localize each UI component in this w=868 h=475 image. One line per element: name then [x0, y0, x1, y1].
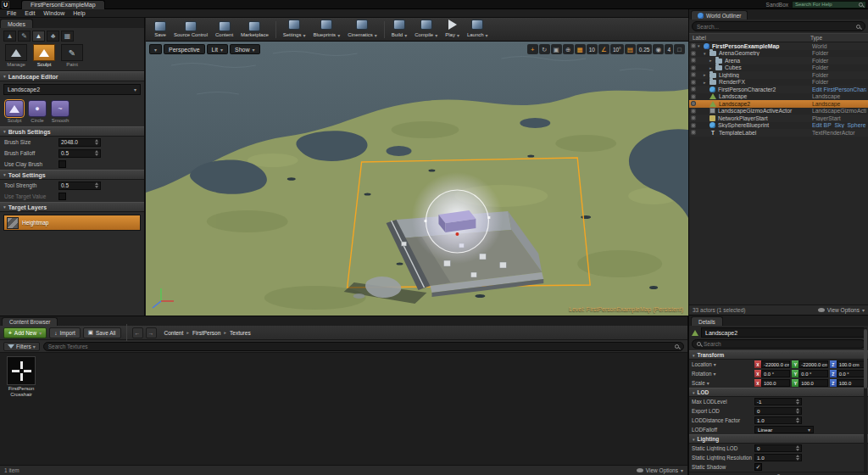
scale-x-field[interactable]: X100.0 — [754, 379, 790, 387]
visibility-eye-icon[interactable] — [691, 130, 696, 135]
column-label[interactable]: Label — [693, 35, 810, 41]
spinner-icon[interactable] — [796, 455, 799, 461]
expander-icon[interactable] — [709, 58, 715, 63]
rotation-label[interactable]: Rotation — [692, 371, 753, 377]
scale-y-field[interactable]: Y100.0 — [792, 379, 827, 387]
location-y-field[interactable]: Y-22000.0 cm — [792, 360, 827, 368]
scale-z-field[interactable]: Z100.0 — [830, 379, 865, 387]
rotate-mode-icon[interactable]: ↻ — [539, 44, 550, 54]
location-label[interactable]: Location — [692, 361, 753, 367]
spinner-icon[interactable] — [95, 139, 98, 145]
details-scrollbar[interactable] — [864, 327, 867, 473]
outliner-row-renderfx[interactable]: RenderFXFolder — [689, 79, 868, 87]
mode-place-icon[interactable]: ▲ — [3, 31, 16, 42]
play-button[interactable]: Play — [442, 19, 463, 40]
tool-strength-input[interactable]: 0.5 — [58, 182, 101, 190]
static-lighting-resolution-input[interactable]: 1.0 — [754, 454, 802, 461]
tab-details[interactable]: Details — [691, 316, 723, 326]
outliner-search-input[interactable]: Search... — [692, 21, 865, 31]
cb-view-options-button[interactable]: View Options — [637, 467, 683, 473]
grid-snap-icon[interactable]: ▦ — [575, 44, 586, 54]
visibility-eye-icon[interactable] — [691, 101, 696, 106]
visibility-eye-icon[interactable] — [691, 115, 696, 120]
location-x-field[interactable]: X-22000.0 cm — [754, 360, 790, 368]
subtab-manage[interactable]: Manage — [3, 44, 29, 67]
import-button[interactable]: ↓ Import — [49, 327, 81, 338]
outliner-view-options-button[interactable]: View Options — [818, 307, 865, 313]
outliner-row-arena[interactable]: ArenaFolder — [689, 57, 868, 64]
loddistance-factor-input[interactable]: 1.0 — [754, 416, 802, 424]
lighting-section-header[interactable]: Lighting — [689, 434, 868, 444]
static-shadow-checkbox[interactable] — [754, 463, 762, 471]
visibility-eye-icon[interactable] — [691, 87, 696, 92]
source-control-button[interactable]: Source Control — [170, 20, 211, 38]
visibility-eye-icon[interactable] — [691, 43, 696, 48]
save-button[interactable]: Save — [151, 20, 170, 38]
visibility-eye-icon[interactable] — [691, 51, 696, 56]
rotation-z-field[interactable]: Z0.0 ° — [830, 370, 865, 377]
subtab-paint[interactable]: ✎ Paint — [59, 44, 85, 67]
column-type[interactable]: Type — [810, 35, 865, 41]
brush-settings-header[interactable]: Brush Settings — [0, 126, 144, 137]
spinner-icon[interactable] — [796, 417, 799, 423]
outliner-row-templatelabel[interactable]: T TemplateLabelTextRenderActor — [689, 129, 868, 137]
max-lodlevel-input[interactable]: -1 — [754, 398, 802, 405]
scale-snap-value[interactable]: 0.25 — [637, 44, 653, 54]
menu-help[interactable]: Help — [69, 10, 89, 16]
asset-firstperson-crosshair[interactable]: FirstPerson Crosshair — [3, 356, 39, 398]
breadcrumb-content[interactable]: Content — [163, 330, 186, 336]
mode-geometry-icon[interactable]: ▦ — [61, 31, 74, 42]
landscape-target-select[interactable]: Landscape2 — [3, 84, 141, 95]
rotation-y-field[interactable]: Y0.0 ° — [792, 370, 827, 377]
tool-circle-brush[interactable]: ● Circle — [28, 100, 47, 123]
show-button[interactable]: Show — [230, 44, 260, 54]
outliner-row-firstpersonexamplemap[interactable]: FirstPersonExampleMapWorld — [689, 42, 868, 50]
menu-file[interactable]: File — [3, 10, 20, 16]
scrollbar-thumb[interactable] — [864, 329, 867, 388]
menu-edit[interactable]: Edit — [20, 10, 39, 16]
maximize-viewport-icon[interactable]: □ — [674, 44, 685, 54]
world-local-toggle-icon[interactable]: ⊕ — [563, 44, 574, 54]
window-title-tab[interactable]: FirstPersonExampleMap — [21, 0, 105, 9]
tab-world-outliner[interactable]: World Outliner — [691, 10, 748, 20]
scale-snap-icon[interactable]: ▤ — [625, 44, 636, 54]
details-search-input[interactable]: Search — [692, 339, 865, 349]
viewport-3d-scene[interactable]: Perspective Lit Show + ↻ ▣ ⊕ ▦ 10 ∠ 10° … — [146, 42, 688, 316]
spinner-icon[interactable] — [95, 182, 98, 188]
brush-size-input[interactable]: 2048.0 — [58, 138, 101, 147]
expander-icon[interactable] — [698, 43, 704, 48]
help-search-input[interactable]: Search For Help — [792, 1, 866, 8]
spinner-icon[interactable] — [796, 408, 799, 414]
settings-button[interactable]: Settings — [280, 19, 309, 40]
target-layer-item[interactable]: Heightmap — [3, 215, 141, 231]
add-new-button[interactable]: + Add New — [3, 327, 47, 338]
use-target-value-checkbox[interactable] — [58, 193, 66, 200]
viewport-options-button[interactable] — [149, 44, 162, 54]
mode-landscape-icon[interactable]: ▲ — [32, 31, 45, 42]
visibility-eye-icon[interactable] — [691, 65, 696, 70]
forward-arrow-icon[interactable]: → — [146, 327, 157, 338]
rotation-x-field[interactable]: X0.0 ° — [754, 370, 790, 377]
scale-label[interactable]: Scale — [692, 380, 753, 386]
scale-mode-icon[interactable]: ▣ — [551, 44, 562, 54]
visibility-eye-icon[interactable] — [691, 58, 696, 63]
translate-mode-icon[interactable]: + — [527, 44, 538, 54]
transform-section-header[interactable]: Transform — [689, 350, 868, 360]
spinner-icon[interactable] — [95, 150, 98, 156]
outliner-row-lighting[interactable]: LightingFolder — [689, 71, 868, 79]
outliner-row-landscapegizmoactiveactor[interactable]: LandscapeGizmoActiveActorLandscapeGizmoA… — [689, 108, 868, 115]
rotation-snap-icon[interactable]: ∠ — [598, 44, 609, 54]
compile-button[interactable]: Compile — [411, 19, 441, 40]
target-layers-header[interactable]: Target Layers — [0, 202, 144, 212]
camera-speed-icon[interactable]: ◉ — [653, 44, 664, 54]
visibility-eye-icon[interactable] — [691, 123, 696, 128]
expander-icon[interactable] — [709, 65, 715, 70]
perspective-button[interactable]: Perspective — [164, 44, 205, 54]
content-button[interactable]: Content — [212, 20, 236, 38]
spinner-icon[interactable] — [796, 399, 799, 405]
lod-section-header[interactable]: LOD — [689, 388, 868, 397]
asset-search-input[interactable]: Search Textures — [43, 342, 684, 351]
build-button[interactable]: Build — [388, 19, 410, 40]
spinner-icon[interactable] — [796, 445, 799, 451]
tab-content-browser[interactable]: Content Browser — [2, 317, 58, 326]
